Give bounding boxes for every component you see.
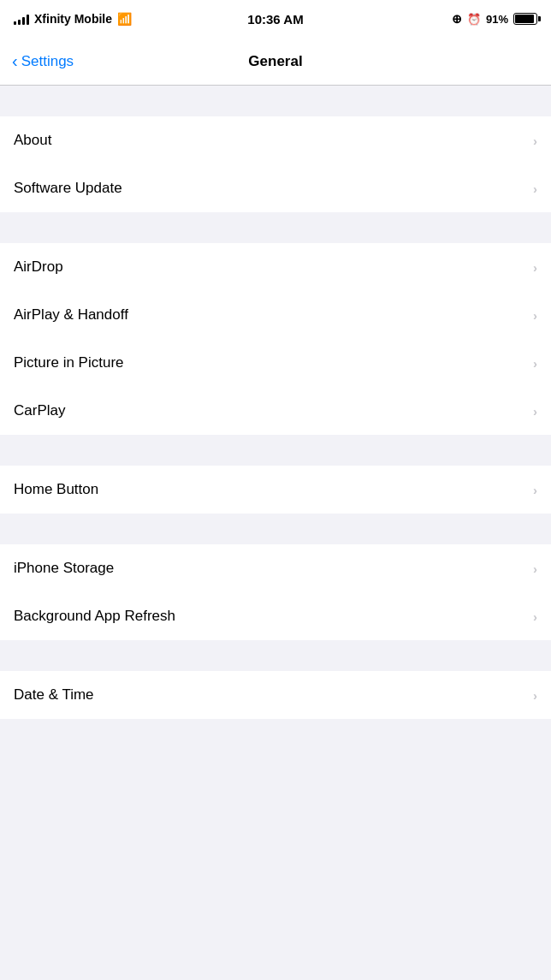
settings-label-airdrop: AirDrop bbox=[14, 258, 63, 276]
settings-item-airplay-handoff[interactable]: AirPlay & Handoff › bbox=[0, 291, 551, 339]
settings-group-5: Date & Time › bbox=[0, 671, 551, 719]
settings-item-about[interactable]: About › bbox=[0, 116, 551, 164]
settings-label-carplay: CarPlay bbox=[14, 402, 65, 419]
settings-label-airplay-handoff: AirPlay & Handoff bbox=[14, 306, 128, 324]
settings-item-carplay[interactable]: CarPlay › bbox=[0, 387, 551, 435]
settings-group-3: Home Button › bbox=[0, 466, 551, 514]
chevron-right-icon: › bbox=[533, 356, 537, 371]
carrier-name: Xfinity Mobile bbox=[34, 12, 112, 26]
signal-bar-3 bbox=[22, 17, 25, 25]
chevron-right-icon: › bbox=[533, 134, 537, 148]
settings-label-date-time: Date & Time bbox=[14, 686, 94, 704]
signal-bar-1 bbox=[14, 21, 16, 25]
section-gap-2 bbox=[0, 435, 551, 466]
signal-icon bbox=[14, 13, 29, 25]
settings-item-airdrop[interactable]: AirDrop › bbox=[0, 243, 551, 291]
settings-item-software-update[interactable]: Software Update › bbox=[0, 164, 551, 212]
chevron-right-icon: › bbox=[533, 483, 537, 497]
alarm-icon: ⏰ bbox=[467, 13, 481, 26]
settings-label-about: About bbox=[14, 132, 51, 149]
section-gap-1 bbox=[0, 212, 551, 243]
chevron-right-icon: › bbox=[533, 688, 537, 703]
back-label: Settings bbox=[21, 53, 74, 70]
chevron-right-icon: › bbox=[533, 561, 537, 576]
settings-label-picture-in-picture: Picture in Picture bbox=[14, 354, 124, 371]
clock-icon: ⊕ bbox=[452, 12, 462, 26]
back-chevron-icon: ‹ bbox=[12, 51, 18, 71]
status-left: Xfinity Mobile 📶 bbox=[14, 12, 133, 26]
status-time: 10:36 AM bbox=[247, 12, 303, 27]
settings-item-iphone-storage[interactable]: iPhone Storage › bbox=[0, 544, 551, 592]
status-bar: Xfinity Mobile 📶 10:36 AM ⊕ ⏰ 91% bbox=[0, 0, 551, 38]
settings-label-home-button: Home Button bbox=[14, 481, 98, 498]
settings-item-home-button[interactable]: Home Button › bbox=[0, 466, 551, 514]
settings-group-2: AirDrop › AirPlay & Handoff › Picture in… bbox=[0, 243, 551, 435]
section-gap-top bbox=[0, 86, 551, 116]
chevron-right-icon: › bbox=[533, 609, 537, 624]
settings-item-background-app-refresh[interactable]: Background App Refresh › bbox=[0, 592, 551, 640]
settings-label-software-update: Software Update bbox=[14, 180, 122, 197]
settings-item-picture-in-picture[interactable]: Picture in Picture › bbox=[0, 339, 551, 387]
signal-bar-4 bbox=[27, 15, 29, 25]
settings-item-date-time[interactable]: Date & Time › bbox=[0, 671, 551, 719]
chevron-right-icon: › bbox=[533, 181, 537, 196]
section-gap-4 bbox=[0, 640, 551, 671]
settings-label-background-app-refresh: Background App Refresh bbox=[14, 608, 175, 625]
nav-bar: ‹ Settings General bbox=[0, 38, 551, 86]
chevron-right-icon: › bbox=[533, 308, 537, 323]
settings-group-1: About › Software Update › bbox=[0, 116, 551, 212]
settings-group-4: iPhone Storage › Background App Refresh … bbox=[0, 544, 551, 640]
status-right: ⊕ ⏰ 91% bbox=[418, 12, 537, 26]
chevron-right-icon: › bbox=[533, 404, 537, 419]
battery-icon bbox=[513, 13, 537, 25]
battery-percent: 91% bbox=[486, 13, 508, 26]
page-title: General bbox=[248, 53, 302, 70]
wifi-icon: 📶 bbox=[117, 12, 132, 26]
settings-label-iphone-storage: iPhone Storage bbox=[14, 560, 114, 577]
section-gap-3 bbox=[0, 514, 551, 544]
signal-bar-2 bbox=[18, 20, 21, 25]
chevron-right-icon: › bbox=[533, 260, 537, 275]
back-button[interactable]: ‹ Settings bbox=[12, 52, 74, 71]
